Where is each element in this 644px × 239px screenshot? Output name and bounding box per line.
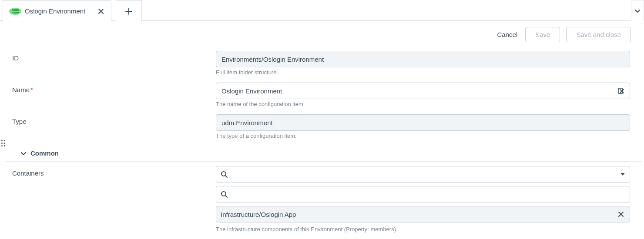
tab-environment[interactable]: Oslogin Environment xyxy=(3,0,111,21)
environment-icon xyxy=(9,7,21,16)
name-label: Name* xyxy=(12,83,216,93)
containers-helper: The infrastructure components of this En… xyxy=(216,226,630,232)
search-icon xyxy=(221,171,228,178)
container-selected-row: Infrastructure/Oslogin App xyxy=(216,206,630,222)
spacer xyxy=(6,235,642,239)
search-icon xyxy=(221,191,228,198)
name-helper: The name of the configuration item xyxy=(216,101,630,107)
tabs-bar: Oslogin Environment xyxy=(0,0,644,21)
chevron-down-icon xyxy=(634,7,641,14)
name-input[interactable] xyxy=(216,83,630,99)
form-scroll-area[interactable]: ID Environments/Oslogin Environment Full… xyxy=(6,46,644,239)
id-value: Environments/Oslogin Environment xyxy=(216,51,630,67)
name-label-text: Name xyxy=(12,86,30,93)
save-and-close-button[interactable]: Save and close xyxy=(566,27,631,42)
type-helper: The type of a configuration item. xyxy=(216,133,630,139)
remove-container-icon[interactable] xyxy=(617,210,625,219)
tab-label: Oslogin Environment xyxy=(25,7,94,15)
clear-input-icon[interactable] xyxy=(617,86,626,95)
containers-search-input-2[interactable] xyxy=(232,191,625,198)
containers-label: Containers xyxy=(12,166,216,177)
type-value: udm.Environment xyxy=(216,114,630,131)
containers-search-filter[interactable] xyxy=(216,186,630,202)
type-label: Type xyxy=(12,114,216,125)
containers-search-dropdown[interactable] xyxy=(216,166,630,183)
cancel-button[interactable]: Cancel xyxy=(496,27,520,42)
container-selected-label: Infrastructure/Oslogin App xyxy=(221,211,296,218)
close-icon[interactable] xyxy=(97,7,105,15)
field-row-name: Name* The name of the configuration item xyxy=(6,78,642,110)
add-tab-button[interactable] xyxy=(116,0,142,21)
section-common-toggle[interactable]: Common xyxy=(12,146,59,157)
panel-drag-handle[interactable] xyxy=(0,46,6,239)
id-helper: Full item folder structure. xyxy=(216,69,630,76)
actions-row: Cancel Save Save and close xyxy=(0,21,644,46)
svg-rect-3 xyxy=(13,10,14,10)
tabs-overflow-button[interactable] xyxy=(631,0,644,21)
field-row-type: Type udm.Environment The type of a confi… xyxy=(6,110,642,142)
caret-down-icon xyxy=(620,172,625,177)
required-marker: * xyxy=(30,86,33,93)
svg-rect-4 xyxy=(13,12,14,13)
section-common: Common xyxy=(6,142,642,162)
save-button[interactable]: Save xyxy=(525,27,560,42)
chevron-down-icon xyxy=(20,150,27,157)
plus-icon xyxy=(125,7,133,15)
field-row-id: ID Environments/Oslogin Environment Full… xyxy=(6,46,642,78)
drag-dots-icon xyxy=(1,140,5,146)
svg-point-0 xyxy=(9,8,21,15)
field-row-containers: Containers xyxy=(6,162,642,235)
id-label: ID xyxy=(12,51,216,62)
section-common-title: Common xyxy=(30,149,59,157)
containers-search-input-1[interactable] xyxy=(232,171,616,178)
